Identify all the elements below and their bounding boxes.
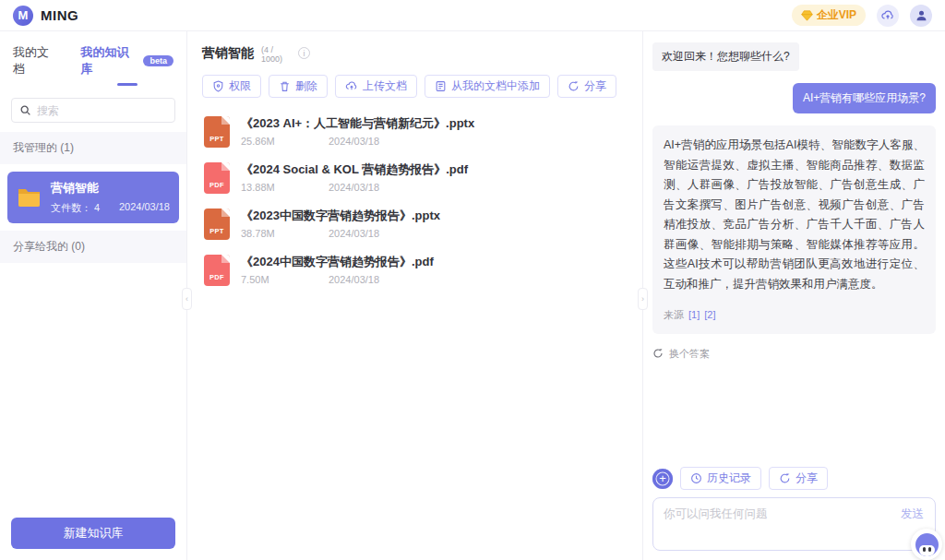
refresh-icon bbox=[652, 348, 664, 359]
history-clock-icon bbox=[690, 472, 702, 484]
answer-text: AI+营销的应用场景包括AI模特、智能数字人客服、智能运营提效、虚拟主播、智能商… bbox=[664, 136, 925, 294]
pdf-file-icon: PDF bbox=[204, 162, 230, 194]
file-count: 文件数： 4 bbox=[51, 201, 100, 215]
topbar: M MING 企业VIP bbox=[0, 0, 945, 31]
info-icon[interactable]: i bbox=[298, 47, 310, 59]
permissions-button[interactable]: 权限 bbox=[202, 75, 261, 98]
share-button[interactable]: 分享 bbox=[557, 75, 616, 98]
document-icon bbox=[435, 80, 447, 92]
panel-title: 营销智能 bbox=[202, 44, 254, 61]
folder-icon bbox=[17, 187, 42, 208]
sidebar-tabs: 我的文档 我的知识库 beta bbox=[0, 31, 186, 87]
button-label: 删除 bbox=[295, 78, 317, 94]
file-date: 2024/03/18 bbox=[329, 182, 379, 193]
file-date: 2024/03/18 bbox=[329, 228, 379, 239]
vip-badge[interactable]: 企业VIP bbox=[792, 5, 866, 26]
collapse-chat-handle[interactable]: › bbox=[638, 288, 648, 310]
pdf-file-icon: PDF bbox=[204, 255, 230, 286]
file-row[interactable]: PDF 《2024 Social & KOL 营销趋势报告》.pdf 13.88… bbox=[204, 162, 628, 194]
vip-label: 企业VIP bbox=[817, 7, 856, 23]
tab-label: 我的知识库 bbox=[80, 44, 139, 77]
history-button[interactable]: 历史记录 bbox=[680, 467, 761, 490]
search-box[interactable] bbox=[11, 98, 175, 123]
trash-icon bbox=[279, 80, 291, 92]
chat-input[interactable] bbox=[664, 506, 889, 542]
file-size: 13.88M bbox=[241, 182, 329, 193]
file-row[interactable]: PDF 《2024中国数字营销趋势报告》.pdf 7.50M 2024/03/1… bbox=[204, 255, 628, 286]
source-row: 来源 [1] [2] bbox=[664, 306, 925, 324]
robot-icon bbox=[915, 533, 939, 556]
delete-button[interactable]: 删除 bbox=[269, 75, 328, 98]
button-label: 分享 bbox=[795, 471, 818, 486]
regenerate-label: 换个答案 bbox=[669, 347, 710, 361]
chat-controls: + 历史记录 分享 bbox=[652, 467, 936, 490]
add-from-documents-button[interactable]: 从我的文档中添加 bbox=[425, 75, 550, 98]
cloud-upload-icon bbox=[881, 9, 894, 22]
button-label: 历史记录 bbox=[707, 471, 751, 486]
file-row[interactable]: PPT 《2023中国数字营销趋势报告》.pptx 38.78M 2024/03… bbox=[204, 209, 628, 240]
search-input[interactable] bbox=[37, 104, 167, 117]
chat-messages: 欢迎回来！您想聊些什么? AI+营销有哪些应用场景? AI+营销的应用场景包括A… bbox=[652, 42, 936, 467]
send-button[interactable]: 发送 bbox=[901, 506, 924, 522]
knowledge-base-name: 营销智能 bbox=[51, 180, 170, 197]
file-list: PPT 《2023 AI+：人工智能与营销新纪元》.pptx 25.86M 20… bbox=[202, 116, 628, 286]
button-label: 上传文档 bbox=[363, 78, 407, 94]
ppt-file-icon: PPT bbox=[204, 209, 230, 240]
file-title: 《2023 AI+：人工智能与营销新纪元》.pptx bbox=[241, 116, 474, 131]
share-icon bbox=[779, 472, 791, 484]
new-chat-button[interactable]: + bbox=[652, 469, 673, 489]
document-list-panel: 营销智能 (4 / 1000) i 权限 删除 上传文档 bbox=[187, 31, 642, 560]
knowledge-base-info: 营销智能 文件数： 4 2024/03/18 bbox=[51, 180, 170, 215]
assistant-greeting: 欢迎回来！您想聊些什么? bbox=[652, 42, 799, 71]
sidebar: 我的文档 我的知识库 beta 我管理的 (1) 营销智能 文件数： 4 202… bbox=[0, 31, 187, 560]
file-date: 2024/03/18 bbox=[329, 136, 379, 147]
plus-icon: + bbox=[659, 471, 666, 485]
source-label: 来源 bbox=[664, 306, 684, 324]
citation-2[interactable]: [2] bbox=[704, 306, 715, 324]
file-title: 《2024中国数字营销趋势报告》.pdf bbox=[241, 255, 434, 269]
button-label: 权限 bbox=[229, 78, 251, 94]
knowledge-base-date: 2024/03/18 bbox=[119, 201, 170, 215]
upload-document-button[interactable]: 上传文档 bbox=[335, 75, 417, 98]
knowledge-base-item[interactable]: 营销智能 文件数： 4 2024/03/18 bbox=[7, 172, 179, 223]
toolbar: 权限 删除 上传文档 从我的文档中添加 bbox=[202, 75, 628, 98]
tab-my-knowledge-base[interactable]: 我的知识库 beta bbox=[80, 44, 173, 77]
cloud-upload-button[interactable] bbox=[877, 5, 899, 27]
file-size: 7.50M bbox=[241, 274, 329, 285]
share-chat-button[interactable]: 分享 bbox=[769, 467, 828, 490]
file-title: 《2023中国数字营销趋势报告》.pptx bbox=[241, 209, 440, 223]
button-label: 分享 bbox=[584, 78, 606, 94]
tab-my-documents[interactable]: 我的文档 bbox=[13, 44, 60, 77]
ming-logo-icon: M bbox=[13, 6, 33, 26]
user-avatar[interactable] bbox=[910, 5, 932, 27]
logo-letter: M bbox=[18, 8, 29, 22]
regenerate-answer-button[interactable]: 换个答案 bbox=[652, 347, 936, 361]
user-message: AI+营销有哪些应用场景? bbox=[793, 83, 936, 113]
tab-label: 我的文档 bbox=[13, 44, 60, 77]
new-knowledge-base-button[interactable]: 新建知识库 bbox=[11, 518, 175, 549]
citation-1[interactable]: [1] bbox=[688, 306, 700, 324]
shield-icon bbox=[212, 80, 224, 92]
chat-mascot-avatar[interactable] bbox=[911, 529, 942, 560]
brand-name: MING bbox=[41, 7, 78, 23]
collapse-sidebar-handle[interactable]: ‹ bbox=[182, 288, 192, 310]
chat-panel: › 欢迎回来！您想聊些什么? AI+营销有哪些应用场景? AI+营销的应用场景包… bbox=[642, 31, 945, 560]
person-icon bbox=[915, 8, 928, 22]
chat-input-box[interactable]: 发送 bbox=[652, 497, 936, 551]
ppt-file-icon: PPT bbox=[204, 116, 230, 148]
panel-header: 营销智能 (4 / 1000) i bbox=[202, 44, 628, 65]
file-date: 2024/03/18 bbox=[329, 274, 379, 285]
file-size: 38.78M bbox=[241, 228, 329, 239]
button-label: 从我的文档中添加 bbox=[451, 78, 540, 94]
file-row[interactable]: PPT 《2023 AI+：人工智能与营销新纪元》.pptx 25.86M 20… bbox=[204, 116, 628, 148]
file-size: 25.86M bbox=[241, 136, 329, 147]
topbar-actions: 企业VIP bbox=[792, 5, 932, 27]
section-shared-with-me: 分享给我的 (0) bbox=[0, 231, 186, 263]
cloud-upload-icon bbox=[345, 80, 358, 92]
beta-badge: beta bbox=[143, 55, 173, 66]
gem-icon bbox=[801, 10, 813, 21]
share-icon bbox=[568, 80, 580, 92]
file-title: 《2024 Social & KOL 营销趋势报告》.pdf bbox=[241, 162, 468, 177]
search-icon bbox=[19, 104, 31, 116]
section-managed-by-me: 我管理的 (1) bbox=[0, 132, 186, 164]
